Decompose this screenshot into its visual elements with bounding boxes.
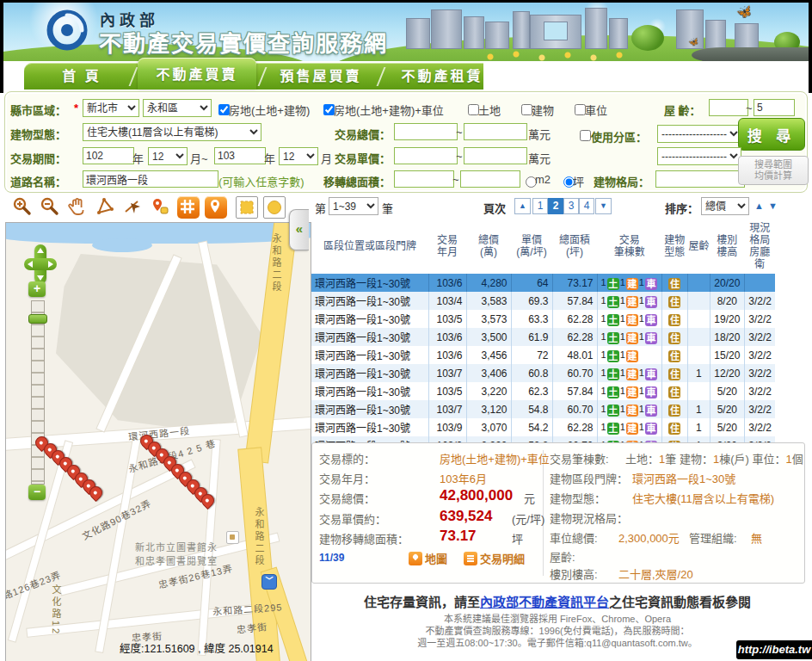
tab-home[interactable]: 首 頁: [34, 63, 129, 90]
page-prev-button[interactable]: ▲: [514, 198, 531, 214]
month-from-select[interactable]: 12: [148, 147, 188, 165]
unit-price-to-input[interactable]: [464, 147, 527, 164]
search-form: 縣市區域： * 新北市 永和區 房地(土地+建物)房地(土地+建物)+車位土地建…: [4, 91, 808, 193]
table-row[interactable]: 環河西路一段1~30號103/73,12054.860.701土1建1車住15/…: [311, 400, 775, 418]
map-pan-control[interactable]: [24, 244, 57, 284]
counts-value: 土地：1筆 建物：1棟(戶) 車位：1個: [625, 450, 803, 466]
district-select[interactable]: 永和區: [143, 99, 212, 117]
zoning-select-2[interactable]: -------------------: [657, 147, 741, 165]
record-range-select[interactable]: 1~39: [329, 197, 378, 215]
map-label: 新北市立圖書館永 和忠孝圖書閱覽室: [135, 540, 218, 567]
month-to-select[interactable]: 12: [279, 147, 318, 165]
total-price-to-input[interactable]: [464, 123, 527, 140]
building-type-select[interactable]: 住宅大樓(11層含以上有電梯): [83, 123, 261, 141]
table-row[interactable]: 環河西路一段1~30號103/93,07054.262.281土1建1車住15/…: [311, 418, 775, 436]
pin-select-icon[interactable]: [150, 196, 172, 219]
zoom-minus-button[interactable]: −: [28, 485, 46, 500]
unit-price-from-input[interactable]: [394, 147, 458, 164]
circle-select-button[interactable]: [263, 196, 286, 219]
list-icon: [464, 552, 477, 565]
zoom-track[interactable]: [31, 300, 45, 485]
table-row[interactable]: 環河西路一段1~30號103/43,58369.357.841土1建1車住8/2…: [311, 292, 775, 310]
county-select[interactable]: 新北市: [83, 99, 139, 117]
tab-separator: [377, 67, 386, 86]
building-layout-input[interactable]: [655, 170, 745, 188]
page-number-4[interactable]: 4: [579, 198, 594, 214]
transaction-detail-button[interactable]: 交易明細: [464, 550, 525, 566]
column-header: 建物 型態: [661, 219, 687, 274]
floor-label: 樓別樓高:: [550, 565, 598, 582]
year-to-input[interactable]: [214, 147, 266, 164]
distance-measure-icon[interactable]: [122, 196, 145, 219]
total-price-label: 交易總價：: [319, 490, 375, 506]
sort-desc-button[interactable]: ▼: [768, 201, 778, 211]
tab-separator: [258, 67, 268, 86]
page-number-2[interactable]: 2: [548, 198, 563, 214]
record-index-link[interactable]: 11/39: [319, 552, 344, 564]
age-from-input[interactable]: [709, 99, 748, 116]
page: 🦋 🦋 內政部 不動產交易實價查詢服務網 首 頁不動產買賣預售屋買賣不動產租賃 …: [0, 0, 812, 661]
zoom-in-icon[interactable]: [12, 196, 34, 219]
range-average-button[interactable]: 搜尋範圍均價計算: [738, 156, 809, 185]
tab-rent[interactable]: 不動產租賃: [385, 63, 499, 90]
target-label: 交易標的：: [319, 450, 375, 466]
river: [92, 238, 152, 252]
road-name-input[interactable]: [83, 170, 218, 188]
unit-price-label: 交易單價約：: [319, 510, 386, 527]
zoning-checkbox[interactable]: [580, 130, 591, 141]
search-button[interactable]: 搜 尋: [738, 118, 805, 151]
zoom-plus-button[interactable]: +: [28, 281, 46, 297]
counts-label: 交易筆棟數:: [550, 450, 609, 466]
page-number-3[interactable]: 3: [563, 198, 579, 214]
road-shield-icon: ﹀: [261, 574, 277, 590]
site-title: 不動產交易實價查詢服務網: [99, 26, 388, 58]
sort-asc-button[interactable]: ▲: [754, 201, 764, 211]
table-row[interactable]: 環河西路一段1~30號103/73,40660.860.701土1建1車住112…: [311, 364, 775, 382]
year-from-input[interactable]: [83, 147, 134, 164]
record-count-prefix: 第: [315, 200, 326, 216]
table-row[interactable]: 環河西路一段1~30號103/53,57363.362.281土1建1車住19/…: [311, 310, 775, 328]
page-label: 頁次: [483, 200, 506, 216]
polygon-measure-icon[interactable]: [95, 196, 117, 219]
park-block: [56, 254, 262, 435]
map-label: 永和路二段: [252, 507, 266, 567]
zoning-select-1[interactable]: -------------------: [657, 125, 741, 143]
area-from-input[interactable]: [394, 170, 454, 188]
rect-select-button[interactable]: [236, 196, 258, 219]
mgmt-value: 無: [751, 529, 762, 546]
zoom-out-icon[interactable]: [40, 196, 62, 219]
road-overlay-button[interactable]: [177, 196, 200, 219]
transaction-detail-panel: 交易標的： 房地(土地+建物)+車位 交易年月： 103年6月 交易總價： 42…: [311, 442, 805, 584]
map-pin-icon: [409, 552, 422, 565]
pan-icon[interactable]: [67, 196, 89, 219]
system-fineprint: 本系統建議最佳瀏覽器採用 FireFox、Chrome、Opera 不動產實價查…: [311, 613, 803, 649]
column-header: 總價 (萬): [466, 219, 511, 274]
tab-sale[interactable]: 不動產買賣: [138, 58, 256, 90]
table-row[interactable]: 環河西路一段1~30號103/63,4567248.011土1建住15/203/…: [311, 346, 775, 364]
table-row[interactable]: 環河西路一段1~30號103/64,2806473.171土1建1車住20/20: [311, 274, 775, 292]
age-tilde: ~: [746, 102, 753, 114]
date-label: 交易年月：: [319, 470, 375, 486]
map-canvas[interactable]: + − ﹀ 經度:121.51609 , 緯度 25.01914 環河西路一段永…: [5, 222, 311, 661]
address-label: 建物區段門牌：: [550, 470, 628, 486]
area-to-input[interactable]: [460, 170, 520, 188]
map-button[interactable]: 地圖: [409, 550, 447, 566]
collapse-panel-button[interactable]: «: [289, 209, 309, 250]
location-overlay-button[interactable]: [205, 196, 227, 219]
page-number-1[interactable]: 1: [532, 198, 548, 214]
county-label: 縣市區域：: [10, 102, 66, 118]
housing-stock-notice: 住宅存量資訊，請至內政部不動產資訊平台之住宅資訊動態看板參閱: [311, 592, 803, 610]
tab-presale[interactable]: 預售屋買賣: [267, 63, 375, 90]
table-row[interactable]: 環河西路一段1~30號103/53,22062.357.841土1建1車住5/2…: [311, 382, 775, 400]
page-next-button[interactable]: ▼: [595, 198, 612, 214]
sort-select[interactable]: 總價: [701, 197, 749, 215]
column-header: 交易 筆棟數: [597, 219, 661, 274]
target-checkbox-label: 建物: [532, 102, 554, 118]
moi-platform-link[interactable]: 內政部不動產資訊平台: [480, 595, 609, 609]
age-to-input[interactable]: [754, 99, 795, 116]
year-unit: 年: [132, 150, 144, 166]
month-tilde: 月~: [190, 150, 208, 166]
total-price-from-input[interactable]: [394, 123, 458, 140]
table-row[interactable]: 環河西路一段1~30號103/63,50061.962.281土1建1車住18/…: [311, 328, 775, 346]
zoom-handle[interactable]: [28, 314, 47, 324]
